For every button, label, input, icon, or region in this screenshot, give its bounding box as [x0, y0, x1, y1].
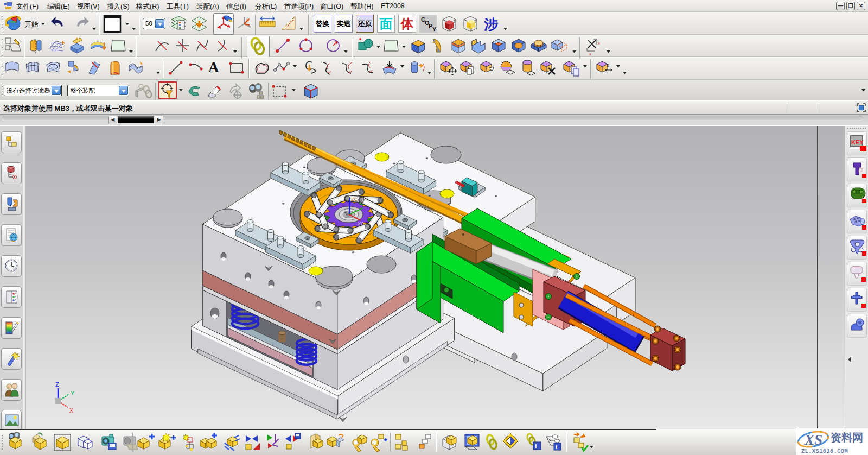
svg-text:x: x [607, 62, 609, 68]
svg-text:资料网: 资料网 [831, 432, 863, 444]
svg-text:X: X [69, 407, 74, 414]
svg-text:Z: Z [55, 381, 59, 388]
svg-text:x: x [589, 52, 591, 56]
svg-text:ZC: ZC [351, 197, 358, 202]
svg-text:KEY: KEY [851, 139, 864, 146]
svg-text:ZL.XS1616.COM: ZL.XS1616.COM [801, 448, 848, 454]
svg-text:XS: XS [804, 432, 822, 448]
svg-text:i: i [556, 444, 557, 450]
svg-text:x: x [598, 41, 600, 46]
svg-text:XC: XC [358, 221, 365, 226]
svg-text:Y: Y [71, 390, 75, 396]
svg-text:Y: Y [432, 26, 437, 33]
